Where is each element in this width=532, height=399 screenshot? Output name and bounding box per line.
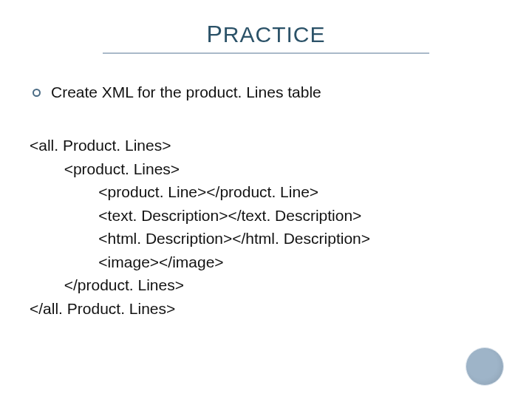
bullet-icon: [33, 89, 41, 97]
page-title: PRACTICE: [103, 21, 429, 54]
body: Create XML for the product. Lines table …: [0, 54, 532, 320]
code-line: </product. Lines>: [30, 276, 184, 293]
code-line: </all. Product. Lines>: [30, 300, 175, 317]
code-line: <image></image>: [30, 253, 224, 270]
code-line: <html. Description></html. Description>: [30, 230, 370, 247]
title-wrap: PRACTICE: [0, 0, 532, 54]
bullet-row: Create XML for the product. Lines table: [33, 83, 499, 101]
title-cap: P: [206, 21, 222, 47]
code-line: <all. Product. Lines>: [30, 137, 171, 154]
code-line: <text. Description></text. Description>: [30, 207, 361, 224]
decorative-circle-icon: [466, 347, 504, 386]
code-line: <product. Lines>: [30, 160, 180, 177]
code-block: <all. Product. Lines> <product. Lines> <…: [30, 134, 499, 320]
slide: PRACTICE Create XML for the product. Lin…: [0, 0, 532, 399]
bullet-text: Create XML for the product. Lines table: [51, 83, 321, 101]
title-rest: RACTICE: [223, 22, 326, 47]
code-line: <product. Line></product. Line>: [30, 183, 318, 200]
